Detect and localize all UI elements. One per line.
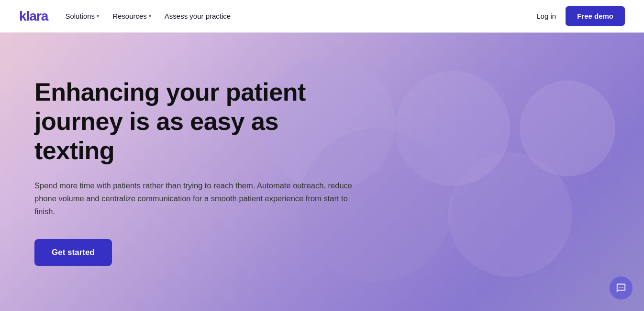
resources-chevron-icon: ▾ <box>149 13 151 19</box>
hero-subtitle: Spend more time with patients rather tha… <box>34 179 355 219</box>
chat-bubble-button[interactable] <box>610 276 633 299</box>
hero-title: Enhancing your patient journey is as eas… <box>34 78 364 166</box>
hero-content: Enhancing your patient journey is as eas… <box>0 78 364 266</box>
nav-resources[interactable]: Resources ▾ <box>112 12 151 20</box>
nav-links: Solutions ▾ Resources ▾ Assess your prac… <box>65 12 231 20</box>
svg-point-1 <box>621 287 622 288</box>
nav-assess[interactable]: Assess your practice <box>165 12 231 20</box>
svg-point-2 <box>622 287 623 288</box>
navbar: klara Solutions ▾ Resources ▾ Assess you… <box>0 0 644 33</box>
svg-point-0 <box>619 287 620 288</box>
get-started-button[interactable]: Get started <box>34 239 112 266</box>
navbar-left: klara Solutions ▾ Resources ▾ Assess you… <box>19 9 231 24</box>
decorative-circle-5 <box>448 152 572 277</box>
nav-solutions[interactable]: Solutions ▾ <box>65 12 99 20</box>
logo[interactable]: klara <box>19 9 48 24</box>
solutions-chevron-icon: ▾ <box>97 13 99 19</box>
login-link[interactable]: Log in <box>536 12 556 20</box>
navbar-right: Log in Free demo <box>536 6 625 26</box>
free-demo-button[interactable]: Free demo <box>566 6 625 26</box>
hero-section: Enhancing your patient journey is as eas… <box>0 33 644 311</box>
chat-icon <box>616 283 626 293</box>
